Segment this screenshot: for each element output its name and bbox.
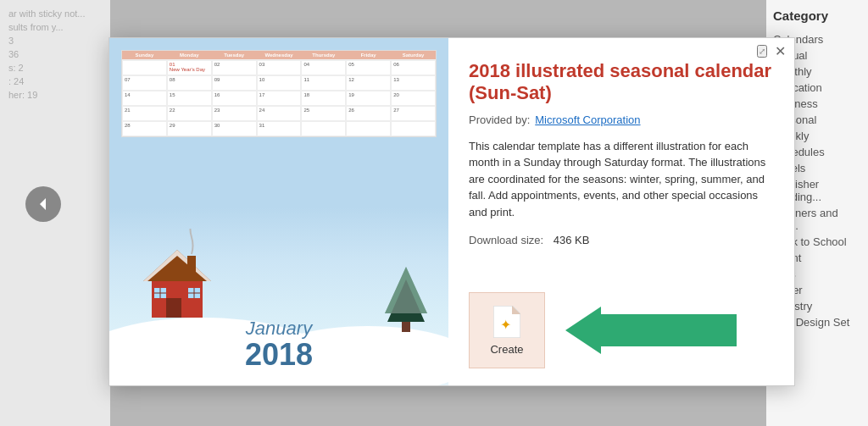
cal-cell-r1c5: 04 <box>301 60 346 75</box>
modal-image-section: Sunday Monday Tuesday Wednesday Thursday… <box>109 38 448 385</box>
svg-marker-17 <box>512 306 520 314</box>
winter-scene: January 2018 <box>109 207 448 385</box>
svg-rect-11 <box>187 256 196 273</box>
left-chevron-icon <box>36 196 51 212</box>
cal-cell-r5c6 <box>346 121 391 136</box>
left-panel-text-3: 3 <box>8 36 102 46</box>
day-thursday: Thursday <box>301 53 346 58</box>
day-wednesday: Wednesday <box>257 53 302 58</box>
modal-dialog: Sunday Monday Tuesday Wednesday Thursday… <box>108 37 795 386</box>
left-panel-text-5: s: 2 <box>8 63 102 73</box>
left-panel-text-1: ar with sticky not... <box>8 8 102 19</box>
cal-cell-r3c6: 19 <box>346 91 391 106</box>
cal-cell-r1c3: 02 <box>212 60 257 75</box>
cal-cell-r2c6: 12 <box>346 75 391 91</box>
provider-row: Provided by: Microsoft Corporation <box>469 113 774 126</box>
download-size: 436 KB <box>554 234 590 246</box>
cal-cell-r2c1: 07 <box>122 75 167 91</box>
svg-marker-15 <box>385 267 427 313</box>
sidebar-title: Category <box>773 8 861 23</box>
create-area: ✦ Create <box>469 292 774 368</box>
cal-cell-r1c1 <box>122 60 167 75</box>
day-sunday: Sunday <box>122 53 167 58</box>
day-saturday: Saturday <box>391 53 436 58</box>
download-label: Download size: <box>469 234 543 246</box>
month-year-label: January 2018 <box>109 318 448 370</box>
cal-cell-r3c7: 20 <box>391 91 436 106</box>
create-button[interactable]: ✦ Create <box>469 292 545 368</box>
resize-button[interactable]: ⤢ <box>757 45 767 58</box>
close-button[interactable]: ✕ <box>775 45 786 58</box>
download-row: Download size: 436 KB <box>469 234 774 246</box>
cal-cell-r5c5 <box>301 121 346 136</box>
left-panel-text-6: : 24 <box>8 76 102 86</box>
house-svg <box>126 229 228 330</box>
file-icon: ✦ <box>493 306 520 338</box>
modal-description: This calendar template has a different i… <box>469 138 774 221</box>
cal-cell-r5c2: 29 <box>167 121 212 136</box>
provider-label: Provided by: <box>469 113 530 126</box>
cal-cell-r4c6: 26 <box>346 106 391 121</box>
cal-cell-r4c4: 24 <box>257 106 302 121</box>
cal-cell-r1c6: 05 <box>346 60 391 75</box>
cal-cell-r5c7 <box>391 121 436 136</box>
cal-cell-r5c3: 30 <box>212 121 257 136</box>
svg-rect-4 <box>166 298 181 318</box>
cal-cell-r2c3: 09 <box>212 75 257 91</box>
left-panel-text-7: her: 19 <box>8 90 102 100</box>
day-tuesday: Tuesday <box>212 53 257 58</box>
calendar-grid: 01New Year's Day 02 03 04 05 06 07 08 09… <box>122 59 436 136</box>
modal-title: 2018 illustrated seasonal calendar (Sun-… <box>469 60 774 105</box>
calendar-header: Sunday Monday Tuesday Wednesday Thursday… <box>122 51 436 59</box>
green-arrow <box>565 307 737 354</box>
day-monday: Monday <box>167 53 212 58</box>
left-panel-text-4: 36 <box>8 49 102 59</box>
modal-info-section: ⤢ ✕ 2018 illustrated seasonal calendar (… <box>448 38 794 385</box>
cal-cell-r4c1: 21 <box>122 106 167 121</box>
cal-cell-r3c4: 17 <box>257 91 302 106</box>
day-friday: Friday <box>346 53 391 58</box>
cal-cell-r4c2: 22 <box>167 106 212 121</box>
create-label: Create <box>490 343 523 356</box>
svg-text:✦: ✦ <box>500 318 511 332</box>
year-name: 2018 <box>109 340 448 370</box>
cal-cell-r3c2: 15 <box>167 91 212 106</box>
cal-cell-r1c4: 03 <box>257 60 302 75</box>
arrow-tip <box>565 307 601 354</box>
cal-cell-r5c1: 28 <box>122 121 167 136</box>
cal-cell-r1c7: 06 <box>391 60 436 75</box>
arrow-body <box>601 314 737 346</box>
cal-cell-r4c5: 25 <box>301 106 346 121</box>
cal-cell-r3c5: 18 <box>301 91 346 106</box>
cal-cell-r3c3: 16 <box>212 91 257 106</box>
cal-cell-r2c2: 08 <box>167 75 212 91</box>
cal-cell-r3c1: 14 <box>122 91 167 106</box>
provider-link[interactable]: Microsoft Corporation <box>535 113 640 126</box>
cal-cell-r1c2: 01New Year's Day <box>167 60 212 75</box>
cal-cell-r4c3: 23 <box>212 106 257 121</box>
svg-marker-0 <box>40 198 46 210</box>
left-panel-text-2: sults from y... <box>8 22 102 32</box>
cal-cell-r4c7: 27 <box>391 106 436 121</box>
cal-cell-r5c4: 31 <box>257 121 302 136</box>
left-arrow-button[interactable] <box>25 186 61 222</box>
cal-cell-r2c5: 11 <box>301 75 346 91</box>
calendar-preview: Sunday Monday Tuesday Wednesday Thursday… <box>121 50 437 137</box>
cal-cell-r2c4: 10 <box>257 75 302 91</box>
cal-cell-r2c7: 13 <box>391 75 436 91</box>
